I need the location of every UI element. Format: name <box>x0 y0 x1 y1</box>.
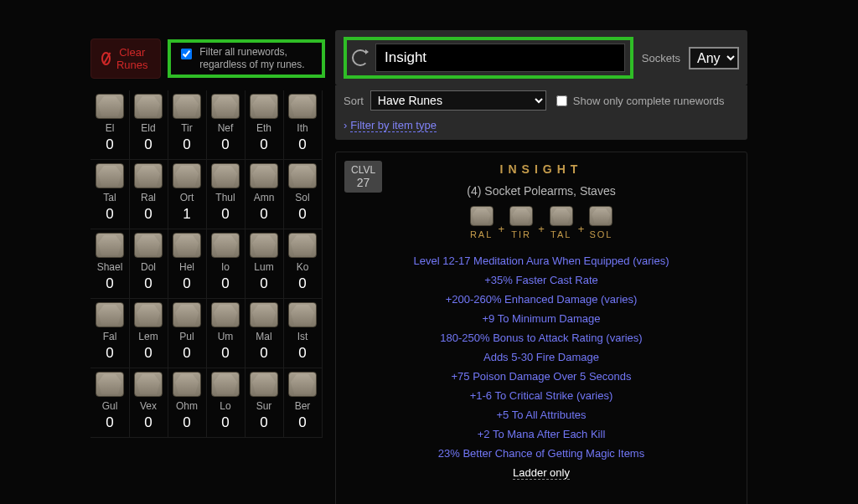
filter-item-row: ›Filter by item type <box>335 116 747 140</box>
refresh-icon[interactable] <box>352 49 369 66</box>
rune-icon <box>250 233 278 258</box>
show-complete-checkbox[interactable] <box>556 95 567 106</box>
rune-cell-hel[interactable]: Hel0 <box>168 229 207 299</box>
rune-cell-ort[interactable]: Ort1 <box>168 160 207 229</box>
rune-cell-el[interactable]: El0 <box>90 90 130 160</box>
rune-cell-um[interactable]: Um0 <box>206 299 246 368</box>
rune-count: 0 <box>206 344 245 363</box>
rune-cell-sol[interactable]: Sol0 <box>283 160 323 229</box>
rune-icon <box>173 233 201 258</box>
rune-icon <box>96 94 124 119</box>
search-input[interactable] <box>375 44 625 72</box>
rune-cell-lo[interactable]: Lo0 <box>206 368 246 438</box>
rune-count: 0 <box>129 344 168 363</box>
clear-runes-button[interactable]: Clear Runes <box>90 39 161 79</box>
rune-cell-gul[interactable]: Gul0 <box>90 368 130 438</box>
rune-count: 0 <box>206 136 245 154</box>
mod-line: Level 12-17 Meditation Aura When Equippe… <box>346 251 737 270</box>
rune-name: Ral <box>129 190 168 205</box>
ladder-only-label: Ladder only <box>513 466 570 480</box>
search-box-highlight <box>344 37 633 79</box>
sort-row: Sort Have Runes Show only complete runew… <box>335 85 747 116</box>
rune-count: 0 <box>129 136 168 154</box>
rune-cell-mal[interactable]: Mal0 <box>245 299 284 368</box>
rune-icon <box>288 163 317 188</box>
clvl-badge: CLVL 27 <box>344 161 382 193</box>
rune-count: 0 <box>90 205 129 224</box>
sort-select[interactable]: Have Runes <box>370 90 546 111</box>
search-row: Sockets Any <box>335 30 747 85</box>
filter-all-highlight: Filter all runewords, regardless of my r… <box>168 39 325 78</box>
rune-icon <box>288 302 317 327</box>
rune-cell-ko[interactable]: Ko0 <box>283 229 323 299</box>
runeword-base: (4) Socket Polearms, Staves <box>346 184 737 198</box>
rune-cell-sur[interactable]: Sur0 <box>245 368 284 438</box>
rune-name: Tir <box>168 121 206 136</box>
rune-grid: El0Eld0Tir0Nef0Eth0Ith0Tal0Ral0Ort1Thul0… <box>90 90 325 438</box>
rune-name: Thul <box>206 190 245 205</box>
rune-cell-ith[interactable]: Ith0 <box>283 90 323 160</box>
rune-icon <box>96 372 124 397</box>
rune-count: 0 <box>245 136 283 154</box>
rune-cell-nef[interactable]: Nef0 <box>206 90 246 160</box>
clear-icon <box>101 52 111 65</box>
rune-cell-dol[interactable]: Dol0 <box>129 229 168 299</box>
sockets-select[interactable]: Any <box>689 47 739 69</box>
rune-icon <box>173 163 201 188</box>
detail-rune-tir: TIR <box>509 206 533 239</box>
rune-cell-lem[interactable]: Lem0 <box>129 299 168 368</box>
rune-cell-fal[interactable]: Fal0 <box>90 299 130 368</box>
rune-count: 0 <box>129 414 168 432</box>
rune-cell-ral[interactable]: Ral0 <box>129 160 168 229</box>
rune-count: 0 <box>90 344 129 363</box>
rune-name: Ith <box>283 121 322 136</box>
rune-cell-eth[interactable]: Eth0 <box>245 90 284 160</box>
rune-count: 0 <box>90 136 129 154</box>
rune-name: Amn <box>245 190 283 205</box>
rune-name: Tal <box>90 190 129 205</box>
rune-name: Io <box>206 260 245 275</box>
rune-cell-tir[interactable]: Tir0 <box>168 90 207 160</box>
rune-icon <box>173 302 201 327</box>
rune-cell-tal[interactable]: Tal0 <box>90 160 130 229</box>
rune-icon <box>173 94 201 119</box>
rune-count: 0 <box>206 205 245 224</box>
rune-name: Eth <box>245 121 283 136</box>
mod-line: +1-6 To Critical Strike (varies) <box>346 386 737 405</box>
rune-cell-ohm[interactable]: Ohm0 <box>168 368 207 438</box>
filter-item-type-link[interactable]: Filter by item type <box>350 119 437 132</box>
rune-count: 0 <box>90 414 129 432</box>
rune-count: 0 <box>129 275 168 293</box>
rune-cell-lum[interactable]: Lum0 <box>245 229 284 299</box>
rune-cell-shael[interactable]: Shael0 <box>90 229 130 299</box>
rune-name: Shael <box>90 260 129 275</box>
rune-cell-ist[interactable]: Ist0 <box>283 299 323 368</box>
rune-count: 0 <box>245 205 283 224</box>
rune-cell-eld[interactable]: Eld0 <box>129 90 168 160</box>
rune-name: Mal <box>245 329 283 344</box>
rune-cell-io[interactable]: Io0 <box>206 229 246 299</box>
rune-name: Ber <box>283 399 322 414</box>
rune-name: Lo <box>206 399 245 414</box>
rune-cell-amn[interactable]: Amn0 <box>245 160 284 229</box>
rune-icon <box>589 206 612 226</box>
mod-line: +75 Poison Damage Over 5 Seconds <box>346 367 737 386</box>
rune-name: Gul <box>90 399 129 414</box>
rune-count: 0 <box>168 344 206 363</box>
rune-icon <box>134 302 163 327</box>
rune-cell-vex[interactable]: Vex0 <box>129 368 168 438</box>
rune-count: 0 <box>283 205 322 224</box>
plus-icon: + <box>538 211 545 235</box>
rune-cell-pul[interactable]: Pul0 <box>168 299 207 368</box>
sort-label: Sort <box>344 95 364 107</box>
clear-runes-label: Clear Runes <box>114 46 150 71</box>
rune-name: Sur <box>245 399 283 414</box>
mod-line: +2 To Mana After Each Kill <box>346 424 737 444</box>
show-complete-wrap: Show only complete runewords <box>553 93 725 109</box>
rune-cell-ber[interactable]: Ber0 <box>283 368 323 438</box>
rune-icon <box>470 206 494 226</box>
rune-cell-thul[interactable]: Thul0 <box>206 160 246 229</box>
rune-name: Ist <box>283 329 322 344</box>
rune-icon <box>211 163 240 188</box>
filter-all-checkbox[interactable] <box>181 49 192 59</box>
